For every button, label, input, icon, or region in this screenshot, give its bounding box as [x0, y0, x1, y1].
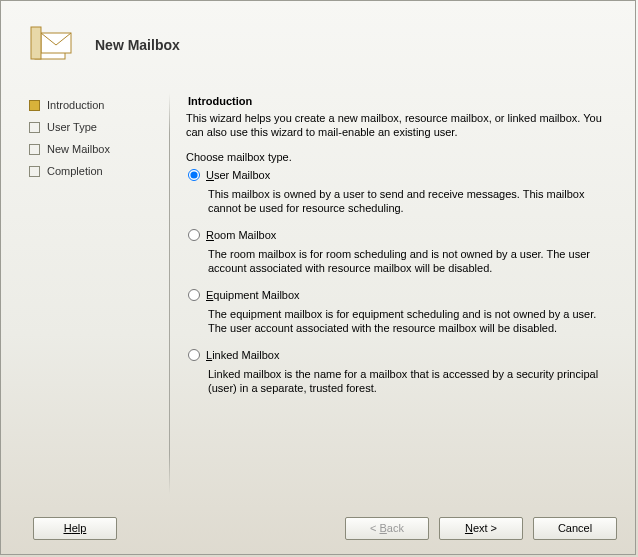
mailbox-icon — [29, 25, 77, 65]
step-introduction: Introduction — [29, 99, 169, 111]
radio-room-mailbox[interactable] — [188, 229, 200, 241]
content-heading: Introduction — [188, 95, 611, 107]
wizard-window: New Mailbox Introduction User Type New M… — [0, 0, 636, 555]
step-label: Introduction — [47, 99, 104, 111]
svg-rect-2 — [31, 27, 41, 59]
step-label: Completion — [47, 165, 103, 177]
radio-linked-mailbox[interactable] — [188, 349, 200, 361]
option-user-mailbox-label: User Mailbox — [206, 169, 270, 181]
wizard-header: New Mailbox — [1, 1, 635, 85]
option-equipment-mailbox: Equipment Mailbox The equipment mailbox … — [186, 289, 611, 335]
wizard-content: Introduction This wizard helps you creat… — [170, 85, 617, 502]
step-indicator-icon — [29, 144, 40, 155]
step-label: User Type — [47, 121, 97, 133]
wizard-title: New Mailbox — [95, 37, 180, 53]
content-intro-text: This wizard helps you create a new mailb… — [186, 111, 611, 139]
step-indicator-icon — [29, 100, 40, 111]
wizard-sidebar: Introduction User Type New Mailbox Compl… — [29, 85, 169, 502]
choose-mailbox-label: Choose mailbox type. — [186, 151, 611, 163]
option-room-mailbox: Room Mailbox The room mailbox is for roo… — [186, 229, 611, 275]
option-room-mailbox-desc: The room mailbox is for room scheduling … — [208, 247, 611, 275]
option-linked-mailbox-label: Linked Mailbox — [206, 349, 279, 361]
back-button[interactable]: < Back — [345, 517, 429, 540]
help-button[interactable]: Help — [33, 517, 117, 540]
cancel-button[interactable]: Cancel — [533, 517, 617, 540]
option-linked-mailbox: Linked Mailbox Linked mailbox is the nam… — [186, 349, 611, 395]
option-room-mailbox-label: Room Mailbox — [206, 229, 276, 241]
step-label: New Mailbox — [47, 143, 110, 155]
option-equipment-mailbox-label: Equipment Mailbox — [206, 289, 300, 301]
radio-user-mailbox[interactable] — [188, 169, 200, 181]
option-linked-mailbox-desc: Linked mailbox is the name for a mailbox… — [208, 367, 611, 395]
step-indicator-icon — [29, 166, 40, 177]
option-user-mailbox: User Mailbox This mailbox is owned by a … — [186, 169, 611, 215]
radio-equipment-mailbox[interactable] — [188, 289, 200, 301]
step-indicator-icon — [29, 122, 40, 133]
wizard-footer: Help < Back Next > Cancel — [1, 502, 635, 554]
option-linked-mailbox-row[interactable]: Linked Mailbox — [186, 349, 611, 361]
option-equipment-mailbox-row[interactable]: Equipment Mailbox — [186, 289, 611, 301]
option-room-mailbox-row[interactable]: Room Mailbox — [186, 229, 611, 241]
step-completion: Completion — [29, 165, 169, 177]
option-user-mailbox-desc: This mailbox is owned by a user to send … — [208, 187, 611, 215]
next-button[interactable]: Next > — [439, 517, 523, 540]
step-new-mailbox: New Mailbox — [29, 143, 169, 155]
step-user-type: User Type — [29, 121, 169, 133]
option-user-mailbox-row[interactable]: User Mailbox — [186, 169, 611, 181]
option-equipment-mailbox-desc: The equipment mailbox is for equipment s… — [208, 307, 611, 335]
wizard-body: Introduction User Type New Mailbox Compl… — [1, 85, 635, 502]
